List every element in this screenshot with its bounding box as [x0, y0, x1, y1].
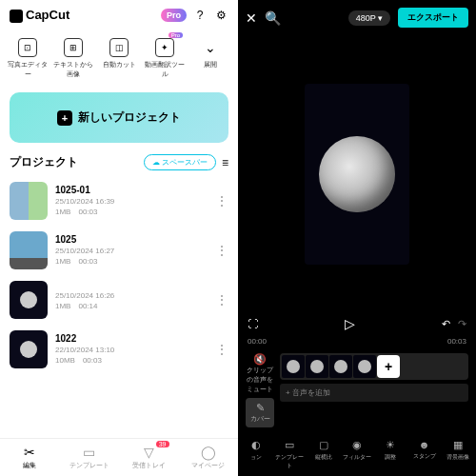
preview-frame [305, 84, 409, 265]
more-icon[interactable]: ⋮ [215, 193, 228, 208]
mute-button[interactable]: 🔇クリップの音声をミュート [246, 353, 274, 394]
editor-toolbar: ◐ョン ▭テンプレート ▢縦横比 ◉フィルター ☀調整 ☻スタンプ ▦背景画像 [238, 433, 476, 476]
more-icon[interactable]: ⋮ [215, 342, 228, 357]
undo-icon[interactable]: ↶ [442, 318, 450, 330]
nav-mypage[interactable]: ◯マイページ [179, 443, 239, 472]
space-button[interactable]: ☁ スペースバー [144, 154, 216, 170]
projects-title: プロジェクト [10, 154, 138, 170]
preview-area[interactable] [238, 35, 476, 312]
video-track[interactable]: + [280, 353, 468, 380]
tool-ratio[interactable]: ▢縦横比 [307, 439, 340, 470]
sort-icon[interactable]: ≡ [222, 156, 228, 169]
tools-row: ⊡写真エディター ⊞テキストから画像 ◫自動カット Pro✦動画翻訳ツール ⌄展… [0, 30, 238, 87]
pro-badge[interactable]: Pro [161, 9, 187, 22]
player-controls: ⛶ ▷ ↶ ↷ [238, 312, 476, 335]
tool-background[interactable]: ▦背景画像 [442, 439, 474, 470]
project-thumbnail [10, 281, 48, 319]
cover-button[interactable]: ✎カバー [246, 398, 274, 427]
clip[interactable] [282, 355, 305, 378]
export-button[interactable]: エクスポート [398, 8, 468, 28]
more-icon[interactable]: ⋮ [215, 243, 228, 258]
tool-filter[interactable]: ◉フィルター [341, 439, 373, 470]
clip[interactable] [329, 355, 352, 378]
tool-stamp[interactable]: ☻スタンプ [407, 439, 440, 470]
more-icon[interactable]: ⋮ [215, 292, 228, 307]
app-logo: CapCut [10, 8, 69, 23]
redo-icon[interactable]: ↷ [458, 318, 466, 330]
play-button[interactable]: ▷ [266, 316, 434, 331]
resolution-button[interactable]: 480P ▾ [348, 10, 390, 26]
project-thumbnail [10, 231, 48, 269]
projects-list: 1025-01 25/10/2024 16:39 1MB 00:03 ⋮ 102… [0, 176, 238, 438]
tool-adjust[interactable]: ☀調整 [374, 439, 407, 470]
settings-icon[interactable]: ⚙ [213, 8, 228, 23]
clip[interactable] [306, 355, 328, 378]
search-icon[interactable]: 🔍 [265, 10, 281, 26]
moon-image [319, 136, 395, 212]
tool-auto-cut[interactable]: ◫自動カット [97, 34, 141, 83]
project-thumbnail [10, 330, 48, 368]
timeline: 🔇クリップの音声をミュート ✎カバー + + 音声を追加 [238, 347, 476, 433]
timecode: 00:00 00:03 [238, 335, 476, 347]
help-icon[interactable]: ? [192, 8, 208, 23]
new-project-button[interactable]: + 新しいプロジェクト [10, 92, 228, 143]
project-item[interactable]: 1025-01 25/10/2024 16:39 1MB 00:03 ⋮ [0, 176, 238, 226]
fullscreen-icon[interactable]: ⛶ [248, 318, 258, 329]
tool-text-to-image[interactable]: ⊞テキストから画像 [51, 34, 95, 83]
tool-expand[interactable]: ⌄展開 [188, 34, 232, 83]
nav-inbox[interactable]: 39▽受信トレイ [119, 443, 179, 472]
projects-header: プロジェクト ☁ スペースバー ≡ [0, 149, 238, 176]
clip[interactable] [353, 355, 376, 378]
tool-template[interactable]: ▭テンプレート [273, 439, 306, 470]
tool-transition[interactable]: ◐ョン [240, 439, 272, 470]
nav-edit[interactable]: ✂編集 [0, 443, 60, 472]
project-item[interactable]: 25/10/2024 16:26 1MB 00:14 ⋮ [0, 275, 238, 325]
add-audio-button[interactable]: + 音声を追加 [280, 384, 468, 402]
project-item[interactable]: 1022 22/10/2024 13:10 10MB 00:03 ⋮ [0, 325, 238, 374]
project-item[interactable]: 1025 25/10/2024 16:27 1MB 00:03 ⋮ [0, 226, 238, 275]
add-clip-button[interactable]: + [377, 355, 400, 378]
tool-video-translate[interactable]: Pro✦動画翻訳ツール [143, 34, 187, 83]
plus-icon: + [57, 110, 72, 126]
bottom-nav: ✂編集 ▭テンプレート 39▽受信トレイ ◯マイページ [0, 438, 238, 476]
nav-templates[interactable]: ▭テンプレート [60, 443, 120, 472]
tool-photo-editor[interactable]: ⊡写真エディター [6, 34, 50, 83]
editor-header: ✕ 🔍 480P ▾ エクスポート [238, 0, 476, 35]
project-thumbnail [10, 182, 48, 220]
app-header: CapCut Pro ? ⚙ [0, 0, 238, 30]
close-icon[interactable]: ✕ [246, 10, 257, 26]
